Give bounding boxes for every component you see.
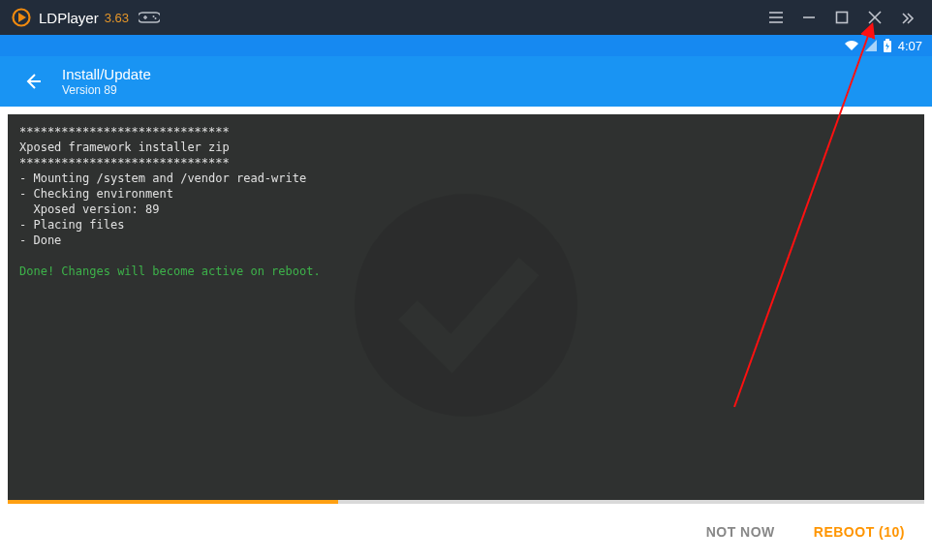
console-line: ****************************** — [19, 125, 230, 139]
minimize-button[interactable] — [792, 0, 825, 35]
ldplayer-logo-icon — [12, 8, 31, 27]
installer-console: ****************************** Xposed fr… — [8, 114, 924, 500]
reboot-button[interactable]: REBOOT (10) — [814, 524, 905, 540]
check-circle-watermark-icon — [330, 170, 602, 445]
app-version: 3.63 — [105, 11, 129, 25]
svg-point-14 — [355, 194, 577, 417]
status-time: 4:07 — [898, 39, 922, 53]
header-subtitle: Version 89 — [62, 83, 151, 97]
header-title: Install/Update — [62, 66, 151, 83]
svg-rect-9 — [837, 13, 848, 23]
wifi-icon — [844, 40, 859, 51]
progress-bar — [8, 500, 924, 504]
app-name: LDPlayer — [39, 10, 99, 26]
console-line: Xposed version: 89 — [19, 202, 160, 216]
hamburger-menu-icon[interactable] — [760, 0, 792, 35]
gamepad-icon — [139, 10, 160, 25]
console-line: - Placing files — [19, 218, 124, 232]
svg-rect-13 — [885, 39, 889, 41]
console-done-line: Done! Changes will become active on rebo… — [19, 264, 321, 278]
close-button[interactable] — [858, 0, 891, 35]
console-line: ****************************** — [19, 156, 230, 170]
svg-point-2 — [155, 17, 157, 19]
maximize-button[interactable] — [825, 0, 858, 35]
console-line: Xposed framework installer zip — [19, 140, 230, 154]
not-now-button[interactable]: NOT NOW — [706, 524, 775, 540]
back-button[interactable] — [16, 64, 50, 99]
svg-point-1 — [153, 16, 155, 17]
console-line: - Mounting /system and /vendor read-writ… — [19, 171, 306, 185]
sidebar-expand-icon[interactable] — [891, 0, 924, 35]
battery-charging-icon — [883, 39, 892, 52]
console-line: - Checking environment — [19, 187, 173, 201]
signal-icon — [865, 40, 877, 51]
console-line: - Done — [19, 233, 61, 247]
